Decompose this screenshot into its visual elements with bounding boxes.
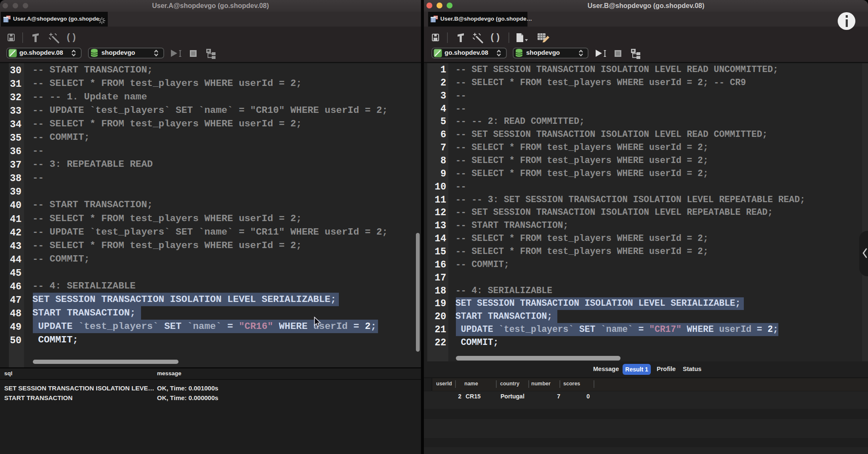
svg-text:(): () [490, 32, 501, 43]
svg-text:(): () [66, 32, 77, 43]
